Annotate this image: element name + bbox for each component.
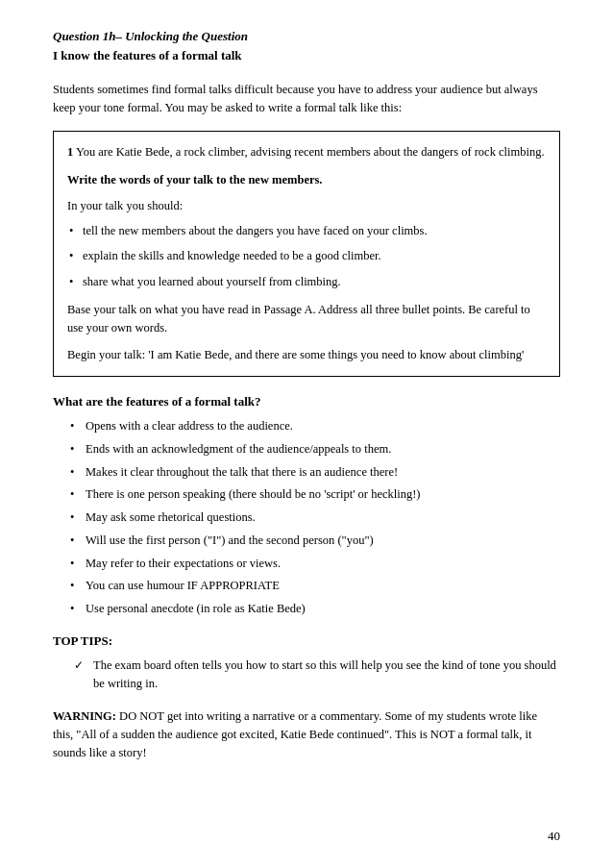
- bullet-item: tell the new members about the dangers y…: [67, 222, 546, 240]
- feature-item: Opens with a clear address to the audien…: [70, 417, 560, 435]
- question-scenario: 1 You are Katie Bede, a rock climber, ad…: [67, 143, 546, 161]
- feature-item: You can use humour IF APPROPRIATE: [70, 577, 560, 595]
- warning-text: DO NOT get into writing a narrative or a…: [53, 709, 537, 759]
- feature-item: May ask some rhetorical questions.: [70, 508, 560, 527]
- feature-item: There is one person speaking (there shou…: [70, 485, 560, 504]
- top-tips-section: TOP TIPS: The exam board often tells you…: [53, 633, 560, 693]
- page-number-text: 40: [548, 829, 560, 843]
- page: Question 1h– Unlocking the Question I kn…: [0, 0, 613, 868]
- top-tips-header: TOP TIPS:: [53, 633, 560, 649]
- top-tips-list: The exam board often tells you how to st…: [74, 657, 560, 693]
- feature-item: Ends with an acknowledgment of the audie…: [70, 440, 560, 459]
- top-tip-item: The exam board often tells you how to st…: [74, 657, 560, 693]
- feature-item: Use personal anecdote (in role as Katie …: [70, 600, 560, 618]
- feature-item: Makes it clear throughout the talk that …: [70, 463, 560, 482]
- intro-text: Students sometimes find formal talks dif…: [53, 81, 560, 117]
- scenario-text: You are Katie Bede, a rock climber, advi…: [76, 145, 545, 159]
- subtitle-text: I know the features of a formal talk: [53, 48, 242, 62]
- feature-item: Will use the first person ("I") and the …: [70, 532, 560, 550]
- base-text: Base your talk on what you have read in …: [67, 301, 546, 337]
- bullet-item: explain the skills and knowledge needed …: [67, 247, 546, 265]
- intro-content: Students sometimes find formal talks dif…: [53, 83, 538, 114]
- warning-section: WARNING: DO NOT get into writing a narra…: [53, 707, 560, 761]
- warning-label: WARNING:: [53, 709, 116, 723]
- features-header: What are the features of a formal talk?: [53, 394, 560, 409]
- features-list: Opens with a clear address to the audien…: [70, 417, 560, 618]
- subtitle: I know the features of a formal talk: [53, 48, 560, 63]
- begin-text: Begin your talk: 'I am Katie Bede, and t…: [67, 346, 546, 364]
- bullet-item: share what you learned about yourself fr…: [67, 273, 546, 291]
- question-number: 1: [67, 145, 73, 159]
- page-number: 40: [548, 829, 560, 844]
- question-box: 1 You are Katie Bede, a rock climber, ad…: [53, 131, 560, 378]
- preamble: In your talk you should:: [67, 197, 546, 215]
- question-label: Question 1h– Unlocking the Question: [53, 29, 248, 43]
- question-header: Question 1h– Unlocking the Question: [53, 29, 560, 44]
- write-instruction: Write the words of your talk to the new …: [67, 171, 546, 189]
- task-bullets: tell the new members about the dangers y…: [67, 222, 546, 291]
- features-section: What are the features of a formal talk? …: [53, 394, 560, 618]
- feature-item: May refer to their expectations or views…: [70, 555, 560, 573]
